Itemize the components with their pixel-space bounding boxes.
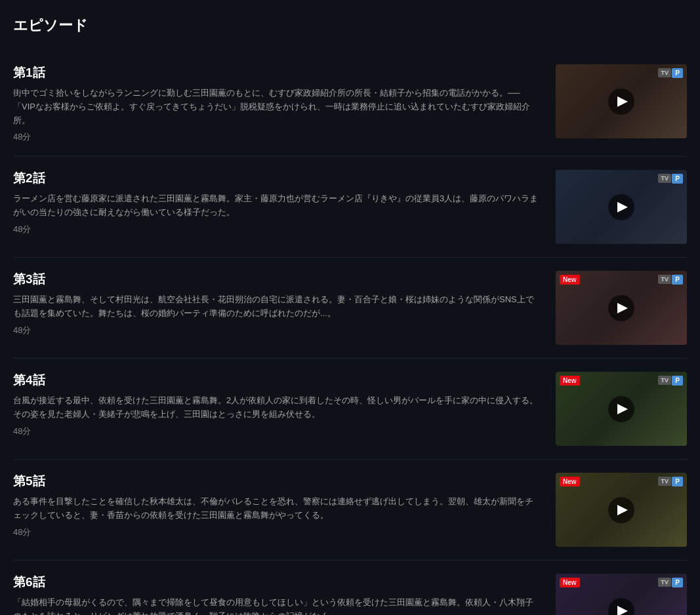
badge-tv: TV	[658, 68, 671, 77]
episode-duration: 48分	[13, 526, 540, 538]
episode-number: 第3話	[13, 271, 540, 288]
episode-thumbnail[interactable]: TV P	[556, 170, 687, 244]
episode-number: 第4話	[13, 372, 540, 389]
episode-info: 第4話 台風が接近する最中、依頼を受けた三田園薫と霧島舞。2人が依頼人の家に到着…	[13, 372, 556, 437]
play-icon	[617, 404, 628, 414]
episode-thumbnail[interactable]: New TV P	[556, 271, 687, 345]
badge-tv: TV	[658, 477, 671, 486]
episode-description: 「結婚相手の母親がくるので、隅々まで掃除をして昼食の用意もしてほしい」という依頼…	[13, 596, 540, 615]
episode-description: 台風が接近する最中、依頼を受けた三田園薫と霧島舞。2人が依頼人の家に到着したその…	[13, 394, 540, 422]
episode-info: 第2話 ラーメン店を営む藤原家に派遣された三田園薫と霧島舞。家主・藤原力也が営む…	[13, 170, 556, 235]
badge-new: New	[560, 578, 580, 587]
play-button[interactable]	[608, 295, 634, 321]
badge-premium: P	[672, 477, 683, 486]
play-button[interactable]	[608, 89, 634, 115]
badge-premium: P	[672, 275, 683, 285]
episode-number: 第6話	[13, 574, 540, 591]
badge-tv: TV	[658, 376, 671, 385]
play-icon	[617, 303, 628, 313]
episode-item: 第1話 街中でゴミ拾いをしながらランニングに勤しむ三田園薫のもとに、むすび家政婦…	[13, 51, 687, 157]
episode-item: 第2話 ラーメン店を営む藤原家に派遣された三田園薫と霧島舞。家主・藤原力也が営む…	[13, 157, 687, 258]
episode-description: ラーメン店を営む藤原家に派遣された三田園薫と霧島舞。家主・藤原力也が営むラーメン…	[13, 192, 540, 220]
episode-duration: 48分	[13, 224, 540, 235]
episode-number: 第2話	[13, 170, 540, 187]
badge-new: New	[560, 275, 580, 285]
play-icon	[617, 606, 628, 615]
episode-number: 第5話	[13, 473, 540, 490]
play-button[interactable]	[608, 497, 634, 523]
badge-new: New	[560, 477, 580, 486]
badge-new: New	[560, 376, 580, 386]
badge-premium: P	[672, 174, 683, 184]
play-button[interactable]	[608, 598, 634, 615]
episode-info: 第1話 街中でゴミ拾いをしながらランニングに勤しむ三田園薫のもとに、むすび家政婦…	[13, 64, 556, 143]
episode-thumbnail[interactable]: New TV P	[556, 473, 687, 547]
play-button[interactable]	[608, 194, 634, 220]
episode-description: 街中でゴミ拾いをしながらランニングに勤しむ三田園薫のもとに、むすび家政婦紹介所の…	[13, 87, 540, 127]
episode-item: 第4話 台風が接近する最中、依頼を受けた三田園薫と霧島舞。2人が依頼人の家に到着…	[13, 359, 687, 460]
play-icon	[617, 202, 628, 212]
episode-description: ある事件を目撃したことを確信した秋本雄太は、不倫がバレることを恐れ、警察には連絡…	[13, 495, 540, 523]
episode-number: 第1話	[13, 64, 540, 81]
episode-duration: 48分	[13, 426, 540, 437]
badge-premium: P	[672, 578, 683, 587]
page-title: エピソード	[13, 16, 687, 35]
episode-item: 第5話 ある事件を目撃したことを確信した秋本雄太は、不倫がバレることを恐れ、警察…	[13, 460, 687, 561]
play-icon	[617, 505, 628, 515]
page-container: エピソード 第1話 街中でゴミ拾いをしながらランニングに勤しむ三田園薫のもとに、…	[0, 0, 700, 615]
episode-thumbnail[interactable]: New TV P	[556, 372, 687, 446]
badge-premium: P	[672, 68, 683, 78]
badge-tv: TV	[658, 275, 671, 284]
play-icon	[617, 96, 628, 107]
badge-tv: TV	[658, 578, 671, 587]
episode-info: 第3話 三田園薫と霧島舞、そして村田光は、航空会社社長・花田朔治の自宅に派遣され…	[13, 271, 556, 336]
badge-tv: TV	[658, 174, 671, 183]
play-button[interactable]	[608, 396, 634, 422]
episode-info: 第6話 「結婚相手の母親がくるので、隅々まで掃除をして昼食の用意もしてほしい」と…	[13, 574, 556, 615]
episode-item: 第6話 「結婚相手の母親がくるので、隅々まで掃除をして昼食の用意もしてほしい」と…	[13, 561, 687, 615]
episode-duration: 48分	[13, 131, 540, 143]
episode-item: 第3話 三田園薫と霧島舞、そして村田光は、航空会社社長・花田朔治の自宅に派遣され…	[13, 258, 687, 359]
badge-premium: P	[672, 376, 683, 386]
episode-thumbnail[interactable]: New TV P	[556, 574, 687, 615]
episode-thumbnail[interactable]: TV P	[556, 64, 687, 138]
episode-list: 第1話 街中でゴミ拾いをしながらランニングに勤しむ三田園薫のもとに、むすび家政婦…	[13, 51, 687, 615]
episode-info: 第5話 ある事件を目撃したことを確信した秋本雄太は、不倫がバレることを恐れ、警察…	[13, 473, 556, 538]
episode-duration: 48分	[13, 325, 540, 336]
episode-description: 三田園薫と霧島舞、そして村田光は、航空会社社長・花田朔治の自宅に派遣される。妻・…	[13, 293, 540, 321]
